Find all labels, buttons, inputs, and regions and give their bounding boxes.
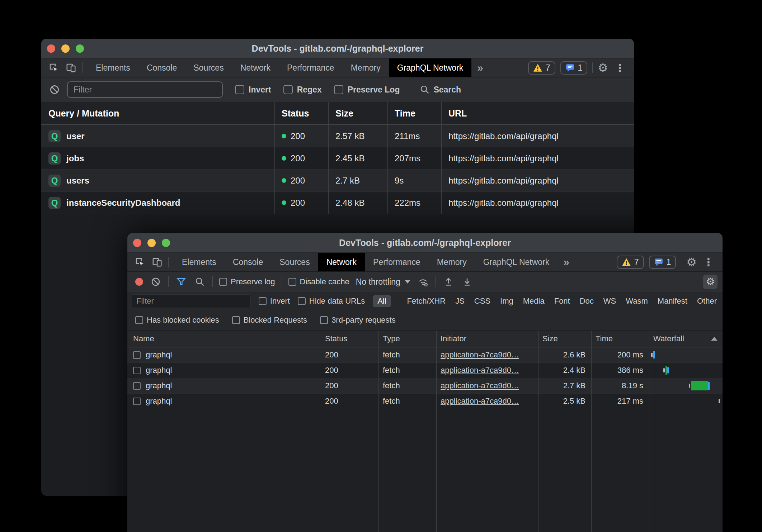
maximize-button[interactable] — [162, 239, 170, 247]
tab-graphql-network[interactable]: GraphQL Network — [389, 58, 472, 77]
device-toolbar-icon[interactable] — [151, 256, 163, 268]
filter-funnel-icon[interactable] — [175, 276, 187, 288]
initiator-link[interactable]: application-a7ca9d0… — [441, 350, 519, 360]
table-row[interactable]: graphql200fetchapplication-a7ca9d0…2.4 k… — [127, 363, 723, 378]
initiator-link[interactable]: application-a7ca9d0… — [441, 381, 519, 390]
tab-elements[interactable]: Elements — [174, 253, 225, 271]
checkbox-box[interactable] — [298, 297, 306, 305]
type-filter-ws[interactable]: WS — [603, 296, 616, 306]
type-filter-wasm[interactable]: Wasm — [626, 296, 648, 306]
more-tabs-icon[interactable]: » — [471, 58, 489, 77]
tab-network[interactable]: Network — [232, 58, 279, 77]
filter-input[interactable] — [67, 81, 223, 98]
preserve-log-checkbox[interactable]: Preserve log — [219, 277, 275, 286]
tab-memory[interactable]: Memory — [343, 58, 389, 77]
settings-gear-icon[interactable]: ⚙ — [598, 62, 608, 73]
type-filter-manifest[interactable]: Manifest — [658, 296, 687, 306]
column-initiator[interactable]: Initiator — [436, 334, 538, 343]
tab-performance[interactable]: Performance — [279, 58, 343, 77]
table-row[interactable]: QinstanceSecurityDashboard2002.48 kB222m… — [41, 192, 634, 214]
tab-graphql-network[interactable]: GraphQL Network — [475, 253, 558, 271]
initiator-link[interactable]: application-a7ca9d0… — [441, 396, 519, 406]
regex-checkbox[interactable]: Regex — [283, 85, 322, 95]
hide-data-urls-checkbox[interactable]: Hide data URLs — [298, 296, 365, 306]
title-bar[interactable]: DevTools - gitlab.com/-/graphql-explorer — [41, 39, 634, 58]
record-button[interactable] — [135, 278, 143, 286]
more-tabs-icon[interactable]: » — [558, 253, 575, 271]
type-filter-font[interactable]: Font — [554, 296, 570, 306]
network-settings-button[interactable]: ⚙ — [703, 275, 718, 289]
checkbox-box[interactable] — [320, 316, 328, 324]
checkbox-box[interactable] — [334, 85, 343, 94]
tab-console[interactable]: Console — [225, 253, 271, 271]
table-header[interactable]: Query / Mutation Status Size Time URL — [41, 102, 634, 125]
column-query-mutation[interactable]: Query / Mutation — [41, 108, 274, 119]
warnings-badge[interactable]: 7 — [617, 256, 644, 269]
checkbox-box[interactable] — [232, 316, 240, 324]
messages-badge[interactable]: 1 — [649, 256, 676, 269]
preserve-log-checkbox[interactable]: Preserve Log — [334, 85, 400, 95]
export-har-icon[interactable] — [461, 276, 473, 288]
invert-checkbox[interactable]: Invert — [259, 296, 290, 306]
messages-badge[interactable]: 1 — [560, 61, 588, 75]
tab-elements[interactable]: Elements — [88, 58, 138, 77]
import-har-icon[interactable] — [442, 276, 455, 288]
filter-input[interactable] — [132, 294, 251, 308]
checkbox-box[interactable] — [219, 278, 227, 286]
table-row[interactable]: Qusers2002.7 kB9shttps://gitlab.com/api/… — [41, 170, 634, 192]
invert-checkbox[interactable]: Invert — [235, 85, 271, 95]
type-filter-doc[interactable]: Doc — [580, 296, 594, 306]
settings-gear-icon[interactable]: ⚙ — [686, 256, 697, 268]
network-conditions-icon[interactable] — [417, 276, 429, 288]
table-row[interactable]: graphql200fetchapplication-a7ca9d0…2.7 k… — [127, 378, 723, 394]
table-row[interactable]: graphql200fetchapplication-a7ca9d0…2.6 k… — [127, 347, 723, 363]
device-toolbar-icon[interactable] — [65, 62, 77, 74]
minimize-button[interactable] — [147, 239, 156, 247]
type-filter-media[interactable]: Media — [523, 296, 545, 306]
disable-cache-checkbox[interactable]: Disable cache — [288, 277, 349, 286]
maximize-button[interactable] — [76, 44, 84, 53]
checkbox-box[interactable] — [283, 85, 293, 94]
type-filter-other[interactable]: Other — [697, 296, 717, 306]
tab-console[interactable]: Console — [138, 58, 185, 77]
column-time[interactable]: Time — [591, 334, 649, 343]
title-bar[interactable]: DevTools - gitlab.com/-/graphql-explorer — [127, 233, 723, 253]
clear-icon[interactable] — [150, 276, 162, 288]
close-button[interactable] — [47, 44, 55, 53]
third-party-requests-checkbox[interactable]: 3rd-party requests — [320, 315, 396, 325]
column-url[interactable]: URL — [441, 108, 634, 119]
column-name[interactable]: Name — [127, 334, 321, 343]
type-filter-css[interactable]: CSS — [474, 296, 490, 306]
type-filter-img[interactable]: Img — [500, 296, 513, 306]
column-size[interactable]: Size — [328, 108, 387, 119]
checkbox-box[interactable] — [235, 85, 244, 94]
menu-dots-icon[interactable]: ⋮ — [613, 62, 627, 74]
has-blocked-cookies-checkbox[interactable]: Has blocked cookies — [135, 315, 219, 325]
tab-sources[interactable]: Sources — [185, 58, 232, 77]
tab-sources[interactable]: Sources — [271, 253, 318, 271]
warnings-badge[interactable]: 7 — [528, 61, 555, 75]
inspect-element-icon[interactable] — [134, 256, 146, 268]
type-filter-fetch-xhr[interactable]: Fetch/XHR — [407, 296, 446, 306]
table-row[interactable]: graphql200fetchapplication-a7ca9d0…2.5 k… — [127, 394, 723, 409]
tab-performance[interactable]: Performance — [365, 253, 429, 271]
row-checkbox[interactable] — [133, 351, 141, 359]
type-filter-all[interactable]: All — [373, 295, 391, 307]
row-checkbox[interactable] — [133, 367, 141, 374]
clear-icon[interactable] — [48, 84, 61, 96]
inspect-element-icon[interactable] — [48, 62, 60, 74]
search-button[interactable]: Search — [420, 85, 461, 95]
table-row[interactable]: Qjobs2002.45 kB207mshttps://gitlab.com/a… — [41, 147, 634, 170]
checkbox-box[interactable] — [135, 316, 143, 324]
column-type[interactable]: Type — [378, 334, 436, 343]
close-button[interactable] — [133, 239, 141, 247]
row-checkbox[interactable] — [133, 398, 141, 405]
checkbox-box[interactable] — [259, 297, 267, 305]
table-row[interactable]: Quser2002.57 kB211mshttps://gitlab.com/a… — [41, 125, 634, 147]
minimize-button[interactable] — [61, 44, 70, 53]
sort-ascending-icon[interactable] — [711, 337, 718, 341]
checkbox-box[interactable] — [288, 278, 296, 286]
initiator-link[interactable]: application-a7ca9d0… — [441, 366, 519, 375]
tab-memory[interactable]: Memory — [429, 253, 475, 271]
type-filter-js[interactable]: JS — [455, 296, 465, 306]
